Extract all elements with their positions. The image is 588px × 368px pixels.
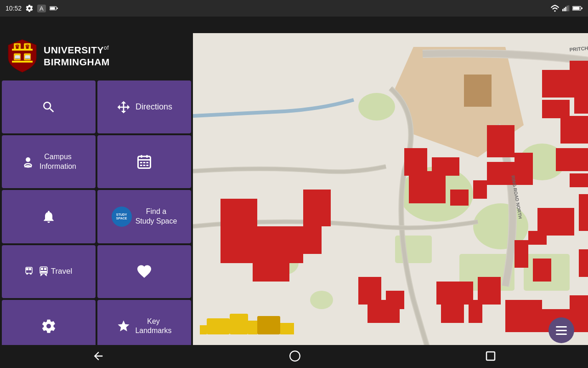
map-menu-button[interactable] (548, 317, 574, 343)
bell-icon (41, 209, 56, 224)
calendar-button[interactable] (97, 135, 191, 188)
svg-rect-85 (441, 305, 464, 323)
hamburger-line-1 (556, 326, 567, 328)
svg-rect-91 (579, 249, 588, 277)
svg-text:♛: ♛ (25, 44, 30, 50)
svg-rect-6 (567, 6, 568, 11)
study-space-logo: STUDYSPACE (112, 207, 132, 227)
university-logo: ♛ ♛ 📖 📖 (7, 39, 37, 73)
university-name-block: UNIVERSITYof BIRMINGHAM (44, 44, 110, 67)
app-header: ♛ ♛ 📖 📖 UNIVERSITYof BIRMINGHAM (0, 33, 193, 79)
svg-rect-73 (409, 171, 446, 203)
svg-rect-83 (386, 291, 404, 309)
svg-rect-38 (44, 268, 46, 270)
svg-rect-82 (358, 277, 381, 305)
svg-rect-28 (140, 165, 142, 166)
svg-rect-75 (404, 148, 427, 176)
svg-rect-39 (40, 271, 47, 273)
svg-rect-2 (57, 8, 57, 9)
svg-rect-10 (581, 7, 582, 9)
grid-row-3: STUDYSPACE Find aStudy Space (2, 190, 191, 243)
campus-map: PRITCHATTS ROAD RING ROAD NORTH (193, 33, 588, 362)
back-button[interactable] (92, 350, 105, 364)
svg-point-35 (30, 273, 32, 275)
star-icon (117, 319, 130, 333)
svg-point-34 (26, 273, 28, 275)
svg-rect-103 (486, 352, 495, 360)
search-button[interactable] (2, 80, 96, 133)
svg-rect-32 (26, 268, 28, 270)
calendar-icon (136, 154, 153, 170)
svg-rect-69 (528, 231, 547, 245)
main-content: ♛ ♛ 📖 📖 UNIVERSITYof BIRMINGHAM (0, 33, 588, 362)
home-circle-icon (289, 350, 301, 362)
map-area[interactable]: PRITCHATTS ROAD RING ROAD NORTH (193, 33, 588, 362)
left-panel: ♛ ♛ 📖 📖 UNIVERSITYof BIRMINGHAM (0, 33, 193, 362)
svg-point-102 (290, 351, 300, 361)
svg-rect-67 (579, 194, 588, 231)
favorites-button[interactable] (97, 245, 191, 298)
svg-rect-88 (505, 300, 542, 332)
find-study-space-button[interactable]: STUDYSPACE Find aStudy Space (97, 190, 191, 243)
svg-rect-72 (487, 125, 514, 157)
svg-rect-61 (570, 61, 588, 79)
recents-button[interactable] (485, 351, 496, 363)
campus-info-button[interactable]: CampusInformation (2, 135, 96, 188)
svg-rect-74 (432, 157, 459, 176)
svg-rect-66 (570, 173, 588, 187)
svg-rect-71 (514, 153, 533, 185)
svg-rect-33 (29, 268, 31, 270)
svg-rect-94 (450, 190, 469, 206)
svg-rect-4 (564, 8, 565, 11)
wifi-icon (550, 5, 560, 12)
directions-arrow-icon (116, 100, 131, 115)
svg-rect-27 (147, 162, 149, 163)
svg-rect-9 (573, 7, 579, 10)
svg-rect-101 (280, 323, 294, 334)
svg-rect-63 (574, 98, 588, 114)
svg-point-57 (310, 291, 333, 309)
signal-icon (562, 5, 570, 12)
grid-row-1: Directions (2, 80, 191, 133)
svg-rect-65 (560, 116, 588, 144)
svg-rect-95 (473, 180, 487, 199)
find-study-space-label: Find aStudy Space (136, 207, 177, 226)
directions-button[interactable]: Directions (97, 80, 191, 133)
nav-grid: Directions CampusInformation (0, 79, 193, 368)
home-button[interactable] (289, 350, 301, 363)
university-name-line1: UNIVERSITY (44, 45, 104, 55)
status-bar: 10:52 A (0, 0, 588, 17)
svg-rect-99 (248, 321, 257, 334)
svg-text:📖: 📖 (14, 54, 21, 60)
a-indicator: A (37, 5, 46, 12)
svg-text:📖: 📖 (24, 54, 31, 60)
gear-icon (41, 318, 57, 334)
campus-info-label: CampusInformation (40, 152, 76, 172)
svg-rect-29 (143, 165, 146, 166)
svg-rect-96 (207, 318, 230, 334)
settings-icon (25, 4, 34, 12)
svg-rect-64 (556, 148, 588, 171)
svg-rect-78 (303, 190, 331, 226)
svg-rect-77 (220, 199, 257, 231)
svg-rect-100 (257, 316, 280, 334)
directions-label: Directions (136, 102, 172, 112)
status-right (550, 5, 582, 12)
svg-rect-59 (464, 75, 492, 107)
svg-point-19 (26, 157, 30, 162)
grid-row-4: Travel (2, 245, 191, 298)
hamburger-line-2 (556, 330, 567, 331)
svg-rect-92 (514, 240, 528, 268)
svg-rect-98 (230, 314, 248, 334)
notifications-button[interactable] (2, 190, 96, 243)
svg-rect-80 (253, 263, 289, 282)
back-icon (92, 350, 105, 362)
key-landmarks-label: KeyLandmarks (135, 317, 171, 336)
bus-icon (25, 266, 38, 276)
travel-button[interactable]: Travel (2, 245, 96, 298)
svg-rect-1 (50, 7, 55, 9)
svg-rect-79 (285, 226, 322, 254)
svg-rect-37 (41, 268, 43, 270)
svg-rect-26 (143, 162, 146, 163)
svg-rect-7 (568, 6, 569, 12)
